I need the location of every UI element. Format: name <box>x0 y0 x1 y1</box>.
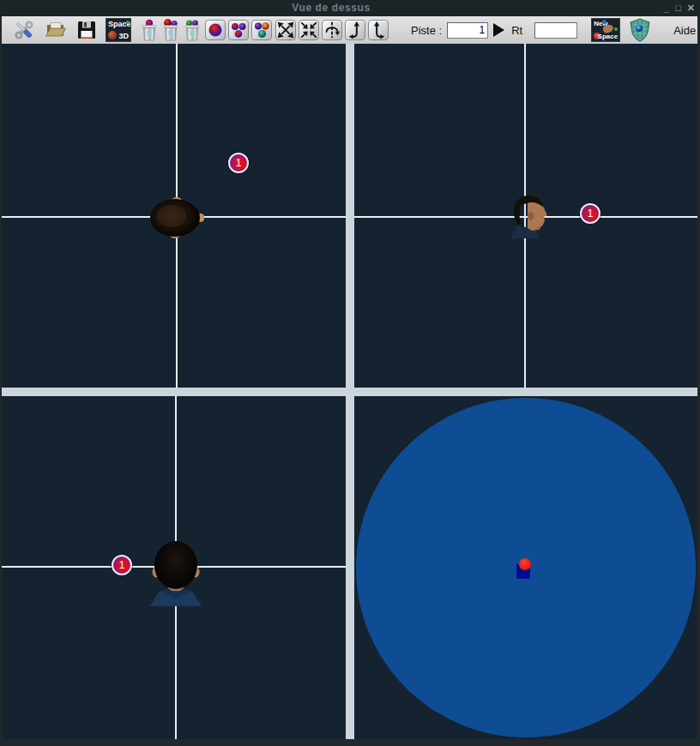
expand-view-button[interactable] <box>275 20 296 40</box>
minimize-button[interactable]: _ <box>664 0 669 16</box>
shield-icon <box>630 18 650 42</box>
maximize-button[interactable]: □ <box>675 0 681 16</box>
play-button[interactable] <box>493 23 504 37</box>
horizontal-splitter[interactable] <box>2 388 697 396</box>
save-button[interactable] <box>75 19 98 41</box>
trash-two-balls-icon <box>161 19 180 41</box>
view-bottom-right[interactable] <box>354 396 697 739</box>
three-sources-button[interactable] <box>228 20 249 40</box>
three-balls-icon <box>229 21 248 39</box>
piste-label: Piste : <box>411 24 442 37</box>
rotate-down-right-icon <box>369 21 388 39</box>
contract-arrows-icon <box>299 21 318 39</box>
rotate-axis-button[interactable] <box>322 20 342 40</box>
source-marker[interactable]: 1 <box>112 555 132 575</box>
window-controls: _ □ ✕ <box>664 0 695 16</box>
expand-arrows-icon <box>276 21 295 39</box>
rt-input[interactable] <box>534 22 577 39</box>
green-dot-icon <box>126 21 130 24</box>
open-folder-icon <box>45 20 67 40</box>
single-ball-icon <box>206 21 225 39</box>
close-button[interactable]: ✕ <box>687 0 695 16</box>
space-3d-button[interactable]: Space 3D <box>106 18 131 42</box>
shield-button[interactable] <box>629 18 651 42</box>
planet-icon <box>108 31 117 39</box>
single-source-button[interactable] <box>205 20 226 40</box>
source-marker-label: 1 <box>119 559 125 571</box>
new-space-button[interactable]: New Space <box>591 18 620 42</box>
contract-view-button[interactable] <box>299 20 319 40</box>
aide-menu[interactable]: Aide <box>673 24 696 37</box>
source-marker[interactable]: 1 <box>228 153 249 173</box>
source-marker-label: 1 <box>236 157 242 169</box>
rotate-down-left-button[interactable] <box>345 20 365 40</box>
piste-input[interactable] <box>447 22 488 39</box>
delete-source-2-button[interactable] <box>161 19 180 41</box>
view-bottom-left[interactable]: 1 <box>2 396 346 739</box>
toolbar: Space 3D <box>2 16 697 44</box>
source-marker[interactable]: 1 <box>580 203 600 224</box>
view-top-right[interactable]: 1 <box>354 44 697 388</box>
rotate-down-right-button[interactable] <box>368 20 389 40</box>
green-dot-icon <box>614 27 618 31</box>
listener-head-back-view <box>150 540 202 607</box>
app-window: Vue de dessus _ □ ✕ <box>0 0 700 746</box>
source-marker-label: 1 <box>588 208 594 220</box>
rotate-down-left-icon <box>346 21 365 39</box>
rt-label: Rt <box>511 24 522 37</box>
save-floppy-icon <box>76 20 97 40</box>
multi-sources-button[interactable] <box>251 20 272 40</box>
listener-head-profile-view <box>509 192 550 238</box>
titlebar[interactable]: Vue de dessus _ □ ✕ <box>0 0 700 16</box>
new-space-label-2: Space <box>598 33 619 40</box>
multi-color-balls-icon <box>252 21 271 39</box>
open-button[interactable] <box>45 19 67 41</box>
delete-source-1-button[interactable] <box>140 19 159 41</box>
delete-source-3-button[interactable] <box>183 19 202 41</box>
trash-green-purple-icon <box>183 19 202 41</box>
space-3d-label-2: 3D <box>118 32 129 40</box>
tools-button[interactable] <box>13 19 35 41</box>
view-top-left[interactable]: 1 <box>2 44 346 388</box>
listener-red-dot[interactable] <box>519 558 531 570</box>
tools-icon <box>13 19 35 41</box>
window-title: Vue de dessus <box>0 0 662 16</box>
rotate-around-axis-icon <box>323 21 341 39</box>
listener-head-top-view <box>149 197 204 238</box>
trash-one-ball-icon <box>140 19 159 41</box>
